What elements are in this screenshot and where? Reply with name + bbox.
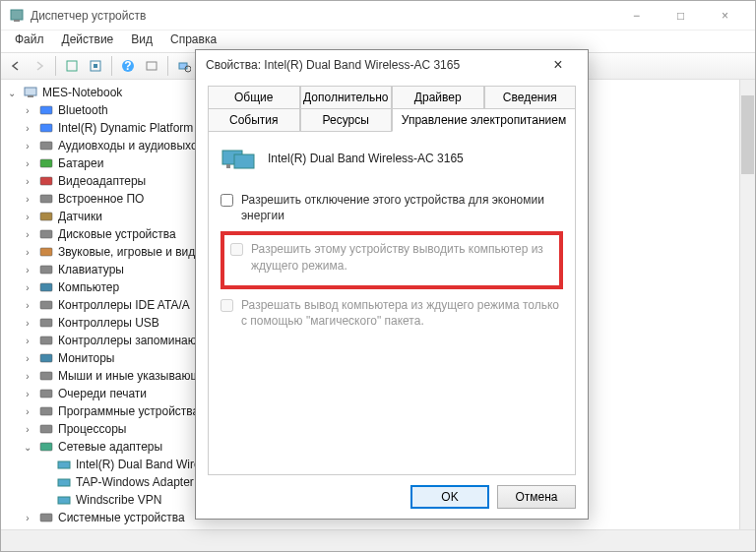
- category-icon: [38, 173, 54, 189]
- category-icon: [38, 315, 54, 331]
- expand-icon[interactable]: ›: [21, 176, 34, 187]
- tab-power[interactable]: Управление электропитанием: [392, 108, 576, 132]
- svg-rect-7: [147, 62, 157, 70]
- dialog-close-button[interactable]: ×: [538, 50, 578, 80]
- expand-icon[interactable]: ›: [21, 265, 34, 276]
- computer-icon: [23, 85, 38, 100]
- svg-rect-36: [40, 514, 52, 521]
- expand-icon[interactable]: ›: [21, 389, 34, 399]
- expand-icon[interactable]: ›: [21, 353, 34, 364]
- svg-rect-0: [11, 10, 23, 20]
- expand-icon[interactable]: ›: [21, 141, 34, 152]
- expand-icon[interactable]: ›: [21, 371, 34, 382]
- menu-view[interactable]: Вид: [123, 31, 160, 52]
- tab-general[interactable]: Общие: [208, 86, 300, 109]
- svg-rect-18: [40, 195, 52, 203]
- expand-icon[interactable]: ›: [21, 105, 34, 116]
- device-name-label: Intel(R) Dual Band Wireless-AC 3165: [268, 152, 464, 165]
- svg-text:?: ?: [124, 59, 131, 73]
- close-button[interactable]: ×: [703, 1, 747, 31]
- category-icon: [38, 244, 54, 260]
- category-icon: [38, 368, 54, 384]
- toolbar-icon-2[interactable]: [85, 55, 106, 77]
- magic-packet-checkbox[interactable]: [220, 299, 233, 312]
- svg-rect-22: [40, 266, 52, 274]
- expand-icon[interactable]: ›: [21, 282, 34, 293]
- adapter-icon: [56, 492, 72, 508]
- dialog-title: Свойства: Intel(R) Dual Band Wireless-AC…: [206, 58, 538, 72]
- main-titlebar: Диспетчер устройств − □ ×: [1, 1, 755, 31]
- allow-wake-label: Разрешить этому устройству выводить комп…: [251, 241, 553, 273]
- allow-wake-checkbox[interactable]: [230, 243, 243, 256]
- back-button[interactable]: [5, 55, 27, 77]
- adapter-icon: [56, 474, 72, 490]
- svg-rect-34: [58, 479, 70, 486]
- expand-icon[interactable]: ›: [21, 158, 34, 169]
- category-icon: [38, 191, 54, 207]
- category-icon: [38, 297, 54, 313]
- expand-icon[interactable]: ›: [21, 194, 34, 205]
- statusbar: [1, 529, 755, 551]
- tree-category[interactable]: › Устройства HID (Human Interface Device…: [3, 526, 737, 529]
- scan-icon[interactable]: [173, 55, 195, 77]
- tab-driver[interactable]: Драйвер: [392, 86, 484, 109]
- expand-icon[interactable]: ›: [21, 229, 34, 240]
- svg-rect-16: [40, 159, 52, 167]
- tab-resources[interactable]: Ресурсы: [300, 108, 393, 132]
- allow-power-off-label: Разрешить отключение этого устройства дл…: [241, 192, 563, 223]
- tab-details[interactable]: Сведения: [484, 86, 577, 109]
- category-icon: [38, 421, 54, 437]
- dialog-titlebar[interactable]: Свойства: Intel(R) Dual Band Wireless-AC…: [196, 50, 588, 80]
- svg-rect-8: [179, 63, 187, 69]
- svg-rect-13: [40, 106, 52, 114]
- svg-rect-12: [28, 95, 33, 97]
- category-icon: [38, 262, 54, 277]
- checkbox-row-1: Разрешить отключение этого устройства дл…: [220, 190, 563, 225]
- expand-icon[interactable]: ›: [21, 247, 34, 258]
- toolbar-icon-3[interactable]: [141, 55, 162, 77]
- expand-icon[interactable]: ›: [21, 318, 34, 329]
- svg-rect-23: [40, 283, 52, 291]
- allow-power-off-checkbox[interactable]: [220, 194, 233, 207]
- tab-events[interactable]: События: [208, 108, 300, 132]
- expand-icon[interactable]: ›: [21, 123, 34, 134]
- svg-rect-33: [58, 461, 70, 468]
- tab-content-power: Intel(R) Dual Band Wireless-AC 3165 Разр…: [208, 131, 576, 475]
- minimize-button[interactable]: −: [614, 1, 659, 31]
- category-icon: [38, 386, 54, 401]
- expand-icon[interactable]: ›: [21, 513, 34, 523]
- svg-rect-25: [40, 319, 52, 327]
- svg-rect-24: [40, 301, 52, 309]
- forward-button[interactable]: [29, 55, 50, 77]
- maximize-button[interactable]: □: [659, 1, 703, 31]
- window-title: Диспетчер устройств: [31, 9, 614, 23]
- category-icon: [38, 102, 54, 118]
- tab-advanced[interactable]: Дополнительно: [300, 86, 393, 109]
- expand-icon[interactable]: ›: [21, 336, 34, 346]
- expand-icon[interactable]: ›: [21, 300, 34, 311]
- checkbox-row-2: Разрешить этому устройству выводить комп…: [230, 239, 553, 275]
- highlighted-option: Разрешить этому устройству выводить комп…: [220, 231, 563, 288]
- cancel-button[interactable]: Отмена: [497, 485, 576, 509]
- category-icon: [38, 120, 54, 136]
- expand-icon[interactable]: ›: [21, 212, 34, 222]
- menu-action[interactable]: Действие: [54, 31, 122, 52]
- svg-rect-32: [40, 443, 52, 451]
- vertical-scrollbar[interactable]: [739, 80, 755, 529]
- toolbar-icon-1[interactable]: [61, 55, 83, 77]
- collapse-icon[interactable]: ⌄: [5, 88, 19, 98]
- scrollbar-thumb[interactable]: [741, 95, 754, 174]
- magic-packet-label: Разрешать вывод компьютера из ждущего ре…: [241, 297, 563, 329]
- expand-icon[interactable]: ›: [21, 406, 34, 417]
- help-icon[interactable]: ?: [117, 55, 139, 77]
- svg-rect-2: [67, 61, 77, 71]
- category-icon: [38, 403, 54, 419]
- expand-icon[interactable]: ›: [21, 424, 34, 435]
- menu-file[interactable]: Файл: [7, 31, 52, 52]
- category-icon: [38, 350, 54, 366]
- expand-icon[interactable]: ⌄: [21, 442, 34, 453]
- svg-rect-4: [94, 64, 97, 68]
- svg-rect-1: [14, 20, 20, 22]
- ok-button[interactable]: OK: [410, 485, 489, 509]
- svg-rect-19: [40, 213, 52, 220]
